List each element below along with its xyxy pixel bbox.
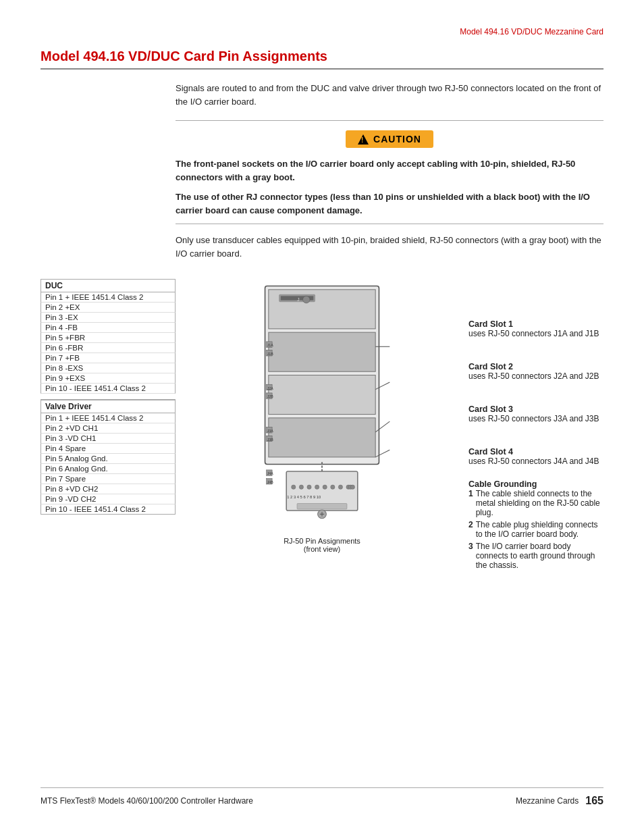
card-slot-3-title: Card Slot 3 [468,405,603,414]
duc-pin-10: Pin 10 - IEEE 1451.4 Class 2 [41,384,176,394]
cable-grounding-item-2: 2 The cable plug shielding connects to t… [468,520,603,539]
cable-grounding-text-3: The I/O carrier board body connects to e… [476,542,603,570]
svg-text:J1B: J1B [267,352,274,356]
svg-point-27 [307,485,311,489]
svg-text:1 2 3 4 5 6 7 8 9 10: 1 2 3 4 5 6 7 8 9 10 [287,495,321,499]
warning-text-1: The front-panel sockets on the I/O carri… [176,157,603,184]
chapter-title: Model 494.16 VD/DUC Mezzanine Card [41,27,603,36]
caution-triangle-icon: ! [358,134,369,145]
warning-bold-1: The front-panel sockets on the I/O carri… [176,159,575,182]
caution-label: CAUTION [373,134,421,145]
duc-header: DUC [41,279,176,292]
valve-pin-7: Pin 7 Spare [41,474,176,484]
caution-section: ! CAUTION [176,130,603,148]
svg-text:J2A: J2A [267,386,274,390]
pin-tables: DUC Pin 1 + IEEE 1451.4 Class 2 Pin 2 +E… [41,279,176,573]
duc-pin-9: Pin 9 +EXS [41,373,176,384]
caution-badge: ! CAUTION [346,130,433,148]
svg-text:J: J [297,296,300,303]
duc-pin-1: Pin 1 + IEEE 1451.4 Class 2 [41,292,176,303]
valve-pin-4: Pin 4 Spare [41,444,176,454]
svg-text:J4A: J4A [267,471,274,475]
svg-point-34 [350,485,354,489]
svg-rect-16 [269,418,375,457]
divider-bottom [176,224,603,224]
svg-text:J3A: J3A [267,429,274,433]
duc-pin-3: Pin 3 -EX [41,313,176,323]
card-slot-1-title: Card Slot 1 [468,319,603,329]
svg-rect-36 [297,504,347,509]
section-title: Model 494.16 VD/DUC Card Pin Assignments [41,49,603,70]
svg-text:J2B: J2B [267,394,274,398]
svg-point-29 [323,485,327,489]
divider-top [176,120,603,121]
cable-grounding-text-1: The cable shield connects to the metal s… [476,489,603,517]
cable-grounding: Cable Grounding 1 The cable shield conne… [468,479,603,570]
valve-pin-10: Pin 10 - IEEE 1451.4 Class 2 [41,504,176,515]
cable-grounding-text-2: The cable plug shielding connects to the… [476,520,603,539]
rj50-label: RJ-50 Pin Assignments (front view) [284,537,360,553]
card-slot-4-detail: uses RJ-50 connectors J4A and J4B [468,457,603,466]
footer-right: Mezzanine Cards 165 [516,795,603,807]
duc-pin-4: Pin 4 -FB [41,323,176,333]
duc-pin-5: Pin 5 +FBR [41,333,176,343]
svg-point-28 [315,485,319,489]
center-diagram: J J1A J1B J2A J2B J3A J3 [176,279,468,573]
duc-pin-8: Pin 8 -EXS [41,363,176,373]
duc-pin-2: Pin 2 +EX [41,303,176,313]
card-slot-1: Card Slot 1 uses RJ-50 connectors J1A an… [468,319,603,338]
card-slot-1-detail: uses RJ-50 connectors J1A and J1B [468,329,603,338]
page: Model 494.16 VD/DUC Mezzanine Card Model… [0,0,644,834]
valve-pin-6: Pin 6 Analog Gnd. [41,464,176,474]
svg-rect-11 [269,375,375,415]
card-slot-3: Card Slot 3 uses RJ-50 connectors J3A an… [468,405,603,423]
duc-pin-6: Pin 6 -FBR [41,343,176,353]
diagram-area: DUC Pin 1 + IEEE 1451.4 Class 2 Pin 2 +E… [41,279,603,573]
right-labels: Card Slot 1 uses RJ-50 connectors J1A an… [468,279,603,573]
cable-grounding-title: Cable Grounding [468,479,603,489]
valve-pin-1: Pin 1 + IEEE 1451.4 Class 2 [41,413,176,423]
svg-text:J3B: J3B [267,438,274,442]
footer-section-label: Mezzanine Cards [516,796,579,806]
svg-text:J1A: J1A [267,343,274,347]
card-slot-2-detail: uses RJ-50 connectors J2A and J2B [468,371,603,381]
warning-bold-2: The use of other RJ connector types (les… [176,192,590,215]
svg-point-26 [299,485,303,489]
cable-grounding-item-3: 3 The I/O carrier board body connects to… [468,542,603,570]
warning-text-2: The use of other RJ connector types (les… [176,190,603,217]
card-slot-2-title: Card Slot 2 [468,362,603,371]
footer: MTS FlexTest® Models 40/60/100/200 Contr… [41,787,603,807]
intro-text: Signals are routed to and from the DUC a… [176,82,603,108]
hardware-diagram-svg: J J1A J1B J2A J2B J3A J3 [207,279,437,536]
duc-pin-7: Pin 7 +FB [41,353,176,363]
valve-pin-8: Pin 8 +VD CH2 [41,484,176,494]
cable-grounding-item-1: 1 The cable shield connects to the metal… [468,489,603,517]
only-use-text: Only use transducer cables equipped with… [176,234,603,260]
card-slot-2: Card Slot 2 uses RJ-50 connectors J2A an… [468,362,603,381]
footer-left: MTS FlexTest® Models 40/60/100/200 Contr… [41,796,253,806]
svg-point-25 [292,485,296,489]
svg-text:J4B: J4B [267,480,274,484]
valve-pin-2: Pin 2 +VD CH1 [41,423,176,434]
svg-point-5 [303,296,311,303]
valve-pin-3: Pin 3 -VD CH1 [41,434,176,444]
card-slot-3-detail: uses RJ-50 connectors J3A and J3B [468,414,603,423]
cable-grounding-num-2: 2 [468,520,473,539]
card-slot-4: Card Slot 4 uses RJ-50 connectors J4A an… [468,447,603,466]
footer-page-number: 165 [585,795,603,807]
valve-header: Valve Driver [41,399,176,413]
cable-grounding-num-3: 3 [468,542,473,570]
valve-pin-5: Pin 5 Analog Gnd. [41,454,176,464]
card-slot-4-title: Card Slot 4 [468,447,603,457]
svg-rect-6 [269,332,375,371]
valve-pin-9: Pin 9 -VD CH2 [41,494,176,504]
svg-point-31 [338,485,342,489]
svg-point-30 [331,485,335,489]
cable-grounding-num-1: 1 [468,489,473,517]
